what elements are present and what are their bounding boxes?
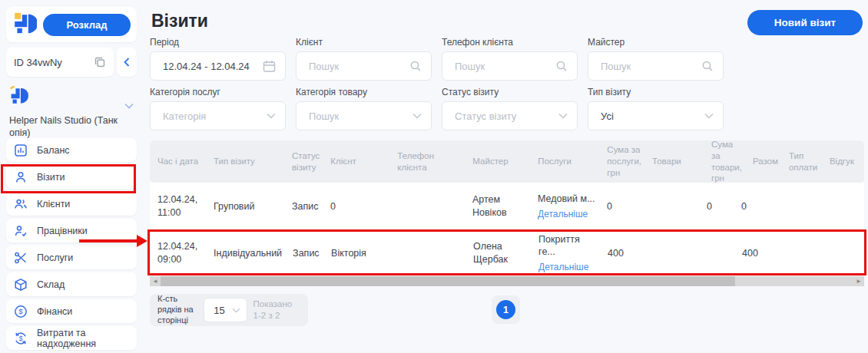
- col-header: Тип оплати: [781, 150, 822, 173]
- shown-range-label: Показано 1-2 з 2: [253, 299, 302, 322]
- filter-visit-status: Статус візиту Статус візиту: [442, 87, 578, 130]
- search-icon: [701, 60, 714, 72]
- chevron-down-icon: [558, 113, 568, 119]
- account-id: ID 34vwNy: [14, 57, 94, 68]
- visits-person-icon: [14, 170, 28, 184]
- col-header: Сума за послуги, грн: [599, 144, 644, 179]
- col-header: Послуги: [530, 156, 599, 167]
- copy-icon[interactable]: [94, 56, 106, 68]
- filter-product-category: Категорія товару Пошук: [296, 87, 432, 130]
- scroll-left-arrow-icon[interactable]: ◄: [150, 276, 161, 286]
- col-header: Разом: [745, 156, 781, 167]
- filter-visit-type: Тип візиту Усі: [588, 87, 724, 130]
- col-header: Тип візиту: [206, 156, 284, 167]
- horizontal-scrollbar[interactable]: ◄ ►: [150, 276, 864, 286]
- clients-people-icon: [14, 197, 28, 211]
- chevron-down-icon: [412, 113, 422, 119]
- scroll-right-arrow-icon[interactable]: ►: [853, 276, 864, 286]
- annotation-arrow-head: [137, 235, 147, 247]
- rows-per-page-select[interactable]: 15: [204, 298, 247, 322]
- filter-service-category: Категорія послуг Категорія: [150, 87, 286, 130]
- visit-type-select[interactable]: Усі: [588, 101, 724, 130]
- col-header: Майстер: [465, 156, 530, 167]
- scrollbar-thumb[interactable]: [161, 276, 735, 286]
- col-header: Час і дата: [150, 156, 206, 167]
- sidebar-item-clients[interactable]: Клієнти: [6, 192, 137, 216]
- rows-per-page-control: К-сть рядків на сторінці 15 Показано 1-2…: [150, 294, 308, 326]
- search-icon: [409, 60, 422, 72]
- sidebar-item-balance[interactable]: Баланс: [6, 138, 137, 162]
- studio-logo-icon: [9, 86, 29, 109]
- sidebar-item-finance[interactable]: $ Фінанси: [6, 299, 137, 323]
- col-header: Сума за товари, грн: [704, 139, 745, 185]
- helper-logo-icon: [12, 12, 37, 37]
- page-title: Візити: [151, 11, 208, 31]
- pagination-page-1[interactable]: 1: [492, 295, 520, 324]
- filter-client-phone: Телефон клієнта: [442, 37, 578, 81]
- svg-text:$: $: [19, 335, 23, 342]
- svg-text:$: $: [18, 307, 23, 315]
- services-scissors-icon: [14, 251, 28, 265]
- expenses-income-icon: $: [14, 332, 28, 345]
- col-header: Клієнт: [323, 156, 389, 167]
- details-link[interactable]: Детальніше: [538, 261, 597, 273]
- filter-master: Майстер: [588, 37, 724, 81]
- balance-chart-icon: [14, 144, 28, 157]
- table-header-row: Час і дата Тип візиту Статус візиту Кліє…: [150, 140, 864, 183]
- filter-period: Період: [150, 37, 286, 81]
- col-header: Телефон клієнта: [389, 150, 465, 173]
- details-link[interactable]: Детальніше: [538, 208, 596, 220]
- client-phone-search-input[interactable]: [455, 61, 555, 72]
- app-window: Розклад ID 34vwNy Helper Nails Studio (Т…: [0, 0, 868, 353]
- rows-per-page-label: К-сть рядків на сторінці: [157, 294, 200, 325]
- client-search-input[interactable]: [309, 61, 409, 72]
- schedule-button[interactable]: Розклад: [43, 14, 131, 36]
- period-input[interactable]: [163, 61, 263, 72]
- warehouse-box-icon: [14, 278, 28, 292]
- table-row[interactable]: 12.04.24, 09:00 Індивідуальний Запис Вік…: [150, 232, 864, 275]
- col-header: Товари: [644, 156, 704, 167]
- chevron-left-icon: [124, 58, 130, 67]
- product-category-select[interactable]: Пошук: [296, 101, 432, 130]
- sidebar-item-employees[interactable]: Працівники: [6, 219, 137, 242]
- finance-dollar-icon: $: [14, 305, 28, 318]
- search-icon: [555, 60, 568, 72]
- sidebar-collapse-button[interactable]: [117, 48, 137, 77]
- calendar-icon[interactable]: [263, 60, 276, 73]
- account-id-card: ID 34vwNy: [6, 48, 114, 77]
- col-header: Статус візиту: [284, 150, 323, 173]
- sidebar-menu: Баланс Візити Клієнти: [6, 138, 137, 353]
- sidebar-item-visits[interactable]: Візити: [6, 165, 137, 189]
- new-visit-button[interactable]: Новий візит: [747, 10, 863, 35]
- chevron-down-icon: [267, 113, 276, 119]
- sidebar-logo-card: Розклад: [6, 7, 137, 42]
- studio-selector[interactable]: Helper Nails Studio (Танк опія): [9, 86, 137, 139]
- employees-person-check-icon: [14, 224, 28, 238]
- sidebar-item-services[interactable]: Послуги: [6, 246, 137, 269]
- chevron-down-icon[interactable]: [124, 98, 134, 112]
- col-header: Відгук: [822, 156, 868, 167]
- table-row[interactable]: 12.04.24, 11:00 Груповий Запис 0 Артем Н…: [150, 183, 864, 230]
- filter-client: Клієнт: [296, 37, 432, 81]
- service-category-select[interactable]: Категорія: [150, 101, 286, 130]
- chevron-down-icon: [704, 113, 714, 119]
- master-search-input[interactable]: [601, 61, 701, 72]
- sidebar-item-expenses-income[interactable]: $ Витрати та надходження: [6, 326, 137, 350]
- sidebar-item-warehouse[interactable]: Склад: [6, 272, 137, 296]
- chevron-down-icon: [232, 308, 240, 313]
- studio-name: Helper Nails Studio (Танк опія): [9, 115, 118, 139]
- visit-status-select[interactable]: Статус візиту: [442, 101, 578, 130]
